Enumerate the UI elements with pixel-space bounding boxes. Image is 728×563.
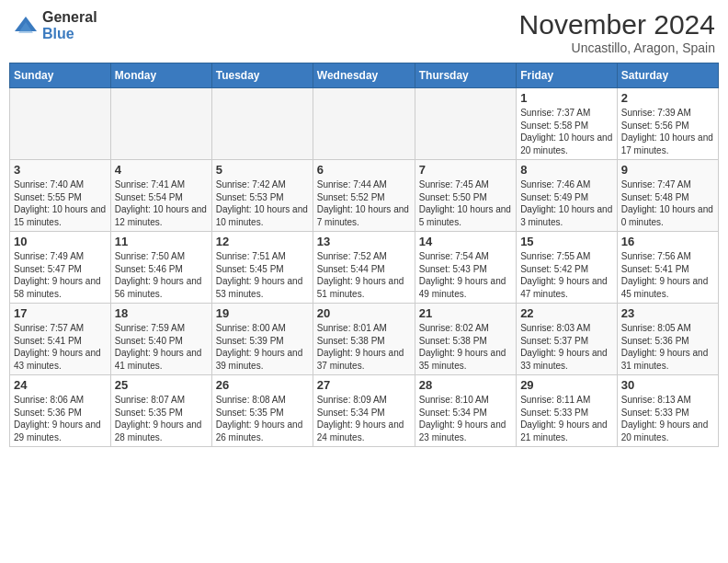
- day-number: 28: [419, 378, 512, 392]
- logo-general: General: [42, 9, 97, 26]
- logo-text: General Blue: [42, 9, 97, 41]
- day-number: 1: [520, 91, 613, 105]
- calendar-cell: 26Sunrise: 8:08 AM Sunset: 5:35 PM Dayli…: [211, 375, 313, 447]
- weekday-header-tuesday: Tuesday: [211, 63, 313, 88]
- calendar-cell: 25Sunrise: 8:07 AM Sunset: 5:35 PM Dayli…: [110, 375, 211, 447]
- month-title: November 2024: [519, 9, 715, 40]
- day-info: Sunrise: 7:47 AM Sunset: 5:48 PM Dayligh…: [621, 178, 714, 228]
- day-info: Sunrise: 8:08 AM Sunset: 5:35 PM Dayligh…: [216, 394, 309, 443]
- day-number: 30: [621, 378, 714, 392]
- day-info: Sunrise: 7:54 AM Sunset: 5:43 PM Dayligh…: [419, 250, 512, 300]
- day-info: Sunrise: 7:51 AM Sunset: 5:45 PM Dayligh…: [216, 250, 309, 300]
- calendar-cell: 4Sunrise: 7:41 AM Sunset: 5:54 PM Daylig…: [110, 160, 211, 232]
- calendar-cell: 28Sunrise: 8:10 AM Sunset: 5:34 PM Dayli…: [415, 375, 516, 447]
- calendar-cell: 2Sunrise: 7:39 AM Sunset: 5:56 PM Daylig…: [617, 88, 718, 160]
- weekday-header-sunday: Sunday: [10, 63, 111, 88]
- calendar-cell: [10, 88, 111, 160]
- calendar-cell: 18Sunrise: 7:59 AM Sunset: 5:40 PM Dayli…: [110, 304, 211, 375]
- day-info: Sunrise: 8:10 AM Sunset: 5:34 PM Dayligh…: [419, 394, 512, 443]
- calendar-cell: 20Sunrise: 8:01 AM Sunset: 5:38 PM Dayli…: [313, 304, 415, 375]
- calendar-cell: 29Sunrise: 8:11 AM Sunset: 5:33 PM Dayli…: [517, 375, 618, 447]
- calendar-cell: [211, 88, 313, 160]
- calendar-cell: 13Sunrise: 7:52 AM Sunset: 5:44 PM Dayli…: [313, 232, 415, 304]
- day-number: 17: [14, 306, 107, 320]
- day-info: Sunrise: 8:03 AM Sunset: 5:37 PM Dayligh…: [520, 322, 613, 372]
- day-info: Sunrise: 7:49 AM Sunset: 5:47 PM Dayligh…: [14, 250, 107, 300]
- calendar-cell: 30Sunrise: 8:13 AM Sunset: 5:33 PM Dayli…: [617, 375, 718, 447]
- day-number: 20: [317, 306, 411, 320]
- calendar-cell: 15Sunrise: 7:55 AM Sunset: 5:42 PM Dayli…: [517, 232, 618, 304]
- day-number: 12: [216, 235, 309, 248]
- calendar-cell: 27Sunrise: 8:09 AM Sunset: 5:34 PM Dayli…: [313, 375, 415, 447]
- day-info: Sunrise: 8:06 AM Sunset: 5:36 PM Dayligh…: [14, 394, 107, 443]
- day-info: Sunrise: 8:07 AM Sunset: 5:35 PM Dayligh…: [115, 394, 208, 443]
- calendar-week-4: 17Sunrise: 7:57 AM Sunset: 5:41 PM Dayli…: [10, 304, 719, 375]
- calendar-cell: 12Sunrise: 7:51 AM Sunset: 5:45 PM Dayli…: [211, 232, 313, 304]
- calendar-cell: 1Sunrise: 7:37 AM Sunset: 5:58 PM Daylig…: [517, 88, 618, 160]
- day-info: Sunrise: 7:42 AM Sunset: 5:53 PM Dayligh…: [216, 178, 309, 228]
- calendar-cell: 6Sunrise: 7:44 AM Sunset: 5:52 PM Daylig…: [313, 160, 415, 232]
- day-number: 8: [520, 163, 613, 177]
- day-info: Sunrise: 7:45 AM Sunset: 5:50 PM Dayligh…: [419, 178, 512, 228]
- day-info: Sunrise: 7:39 AM Sunset: 5:56 PM Dayligh…: [621, 107, 714, 156]
- calendar-cell: 24Sunrise: 8:06 AM Sunset: 5:36 PM Dayli…: [10, 375, 111, 447]
- logo: General Blue: [13, 9, 97, 41]
- day-number: 2: [621, 91, 714, 105]
- calendar-cell: 14Sunrise: 7:54 AM Sunset: 5:43 PM Dayli…: [415, 232, 516, 304]
- day-info: Sunrise: 7:59 AM Sunset: 5:40 PM Dayligh…: [115, 322, 208, 372]
- day-info: Sunrise: 8:11 AM Sunset: 5:33 PM Dayligh…: [520, 394, 613, 443]
- day-info: Sunrise: 7:55 AM Sunset: 5:42 PM Dayligh…: [520, 250, 613, 300]
- day-number: 21: [419, 306, 512, 320]
- weekday-header-thursday: Thursday: [415, 63, 516, 88]
- calendar-body: 1Sunrise: 7:37 AM Sunset: 5:58 PM Daylig…: [10, 88, 719, 447]
- calendar-cell: 11Sunrise: 7:50 AM Sunset: 5:46 PM Dayli…: [110, 232, 211, 304]
- day-number: 4: [115, 163, 208, 177]
- day-info: Sunrise: 8:02 AM Sunset: 5:38 PM Dayligh…: [419, 322, 512, 372]
- weekday-header-saturday: Saturday: [617, 63, 718, 88]
- title-block: November 2024 Uncastillo, Aragon, Spain: [519, 9, 715, 55]
- day-number: 29: [520, 378, 613, 392]
- weekday-row: SundayMondayTuesdayWednesdayThursdayFrid…: [10, 63, 719, 88]
- calendar-cell: 8Sunrise: 7:46 AM Sunset: 5:49 PM Daylig…: [517, 160, 618, 232]
- day-info: Sunrise: 7:56 AM Sunset: 5:41 PM Dayligh…: [621, 250, 714, 300]
- day-number: 6: [317, 163, 411, 177]
- day-number: 23: [621, 306, 714, 320]
- day-number: 19: [216, 306, 309, 320]
- day-info: Sunrise: 8:09 AM Sunset: 5:34 PM Dayligh…: [317, 394, 411, 443]
- day-number: 14: [419, 235, 512, 248]
- day-info: Sunrise: 7:40 AM Sunset: 5:55 PM Dayligh…: [14, 178, 107, 228]
- day-info: Sunrise: 7:50 AM Sunset: 5:46 PM Dayligh…: [115, 250, 208, 300]
- day-info: Sunrise: 7:46 AM Sunset: 5:49 PM Dayligh…: [520, 178, 613, 228]
- calendar-week-1: 1Sunrise: 7:37 AM Sunset: 5:58 PM Daylig…: [10, 88, 719, 160]
- calendar-cell: 17Sunrise: 7:57 AM Sunset: 5:41 PM Dayli…: [10, 304, 111, 375]
- day-number: 11: [115, 235, 208, 248]
- calendar-cell: 23Sunrise: 8:05 AM Sunset: 5:36 PM Dayli…: [617, 304, 718, 375]
- weekday-header-monday: Monday: [110, 63, 211, 88]
- calendar-cell: [415, 88, 516, 160]
- day-info: Sunrise: 7:52 AM Sunset: 5:44 PM Dayligh…: [317, 250, 411, 300]
- day-number: 26: [216, 378, 309, 392]
- calendar-week-2: 3Sunrise: 7:40 AM Sunset: 5:55 PM Daylig…: [10, 160, 719, 232]
- day-number: 3: [14, 163, 107, 177]
- logo-blue: Blue: [42, 26, 97, 42]
- calendar-cell: 21Sunrise: 8:02 AM Sunset: 5:38 PM Dayli…: [415, 304, 516, 375]
- day-number: 16: [621, 235, 714, 248]
- calendar-week-5: 24Sunrise: 8:06 AM Sunset: 5:36 PM Dayli…: [10, 375, 719, 447]
- day-info: Sunrise: 8:05 AM Sunset: 5:36 PM Dayligh…: [621, 322, 714, 372]
- day-number: 27: [317, 378, 411, 392]
- calendar-cell: 9Sunrise: 7:47 AM Sunset: 5:48 PM Daylig…: [617, 160, 718, 232]
- day-info: Sunrise: 8:13 AM Sunset: 5:33 PM Dayligh…: [621, 394, 714, 443]
- calendar-header: SundayMondayTuesdayWednesdayThursdayFrid…: [10, 63, 719, 88]
- calendar-cell: [110, 88, 211, 160]
- day-number: 9: [621, 163, 714, 177]
- calendar-cell: 19Sunrise: 8:00 AM Sunset: 5:39 PM Dayli…: [211, 304, 313, 375]
- weekday-header-friday: Friday: [517, 63, 618, 88]
- day-number: 7: [419, 163, 512, 177]
- calendar-cell: [313, 88, 415, 160]
- day-number: 24: [14, 378, 107, 392]
- day-info: Sunrise: 7:41 AM Sunset: 5:54 PM Dayligh…: [115, 178, 208, 228]
- calendar-cell: 16Sunrise: 7:56 AM Sunset: 5:41 PM Dayli…: [617, 232, 718, 304]
- calendar-week-3: 10Sunrise: 7:49 AM Sunset: 5:47 PM Dayli…: [10, 232, 719, 304]
- calendar-cell: 5Sunrise: 7:42 AM Sunset: 5:53 PM Daylig…: [211, 160, 313, 232]
- calendar-cell: 3Sunrise: 7:40 AM Sunset: 5:55 PM Daylig…: [10, 160, 111, 232]
